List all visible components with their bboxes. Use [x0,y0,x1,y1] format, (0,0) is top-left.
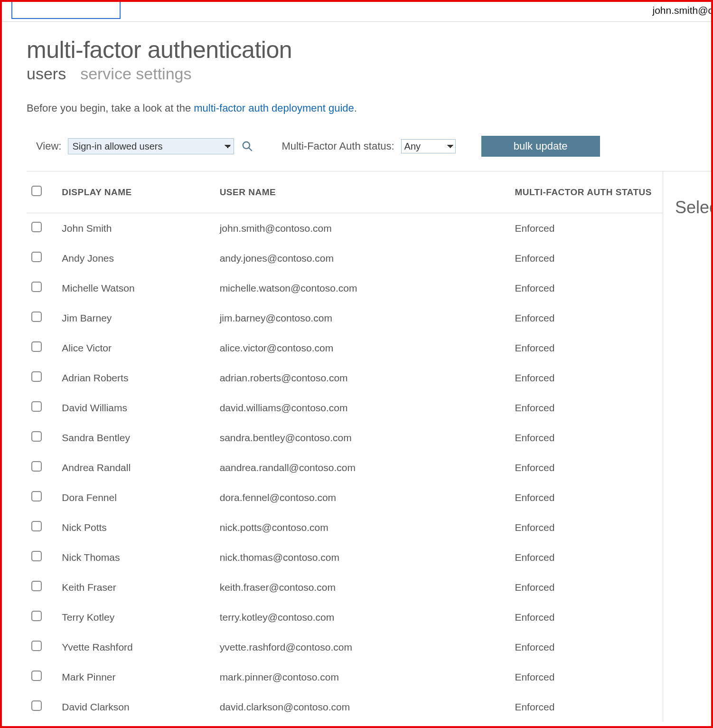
table-row[interactable]: Adrian Robertsadrian.roberts@contoso.com… [27,363,663,393]
side-panel-title: Select [675,198,711,217]
cell-display-name: David Williams [57,393,215,423]
cell-display-name: Yvette Rashford [57,632,215,662]
cell-user-name: nick.thomas@contoso.com [215,542,510,572]
row-checkbox[interactable] [31,461,42,472]
cell-user-name: terry.kotley@contoso.com [215,602,510,632]
row-checkbox[interactable] [31,521,42,531]
table-row[interactable]: Sandra Bentleysandra.bentley@contoso.com… [27,423,663,453]
cell-user-name: david.williams@contoso.com [215,393,510,423]
row-checkbox[interactable] [31,551,42,561]
cell-display-name: Andy Jones [57,243,215,273]
view-label: View: [36,140,61,152]
brand-logo-placeholder[interactable] [11,0,121,19]
tab-service-settings[interactable]: service settings [80,65,191,83]
cell-user-name: nick.potts@contoso.com [215,512,510,542]
row-checkbox[interactable] [31,700,42,711]
cell-display-name: Jim Barney [57,303,215,333]
cell-mfa-status: Enforced [510,363,663,393]
cell-user-name: aandrea.randall@contoso.com [215,453,510,482]
table-row[interactable]: Yvette Rashfordyvette.rashford@contoso.c… [27,632,663,662]
cell-user-name: sandra.bentley@contoso.com [215,423,510,453]
search-icon[interactable] [241,140,254,153]
row-checkbox[interactable] [31,611,42,621]
row-checkbox[interactable] [31,282,42,292]
cell-mfa-status: Enforced [510,542,663,572]
cell-user-name: adrian.roberts@contoso.com [215,363,510,393]
select-all-checkbox[interactable] [31,186,42,196]
row-checkbox[interactable] [31,671,42,681]
table-row[interactable]: Jim Barneyjim.barney@contoso.comEnforced [27,303,663,333]
cell-display-name: Nick Potts [57,512,215,542]
cell-user-name: david.clarkson@contoso.com [215,692,510,722]
row-checkbox[interactable] [31,641,42,651]
svg-line-1 [249,148,253,151]
cell-mfa-status: Enforced [510,482,663,512]
bulk-update-button[interactable]: bulk update [481,136,600,157]
table-row[interactable]: David Williamsdavid.williams@contoso.com… [27,393,663,423]
table-row[interactable]: Dora Fenneldora.fennel@contoso.comEnforc… [27,482,663,512]
table-row[interactable]: Terry Kotleyterry.kotley@contoso.comEnfo… [27,602,663,632]
cell-mfa-status: Enforced [510,303,663,333]
svg-point-0 [243,142,250,149]
intro-suffix: . [354,102,357,114]
cell-user-name: mark.pinner@contoso.com [215,662,510,692]
cell-user-name: jim.barney@contoso.com [215,303,510,333]
row-checkbox[interactable] [31,312,42,322]
column-header-mfa-status[interactable]: MULTI-FACTOR AUTH STATUS [510,171,663,213]
cell-mfa-status: Enforced [510,572,663,602]
deployment-guide-link[interactable]: multi-factor auth deployment guide [194,102,354,114]
table-row[interactable]: Nick Thomasnick.thomas@contoso.comEnforc… [27,542,663,572]
table-row[interactable]: Michelle Watsonmichelle.watson@contoso.c… [27,273,663,303]
tab-users[interactable]: users [27,65,66,83]
cell-display-name: Nick Thomas [57,542,215,572]
cell-mfa-status: Enforced [510,512,663,542]
table-row[interactable]: Nick Pottsnick.potts@contoso.comEnforced [27,512,663,542]
row-checkbox[interactable] [31,341,42,352]
table-row[interactable]: Keith Fraserkeith.fraser@contoso.comEnfo… [27,572,663,602]
cell-user-name: michelle.watson@contoso.com [215,273,510,303]
table-row[interactable]: Andrea Randallaandrea.randall@contoso.co… [27,453,663,482]
column-header-user-name[interactable]: USER NAME [215,171,510,213]
row-checkbox[interactable] [31,252,42,262]
cell-display-name: Andrea Randall [57,453,215,482]
row-checkbox[interactable] [31,371,42,382]
cell-display-name: Keith Fraser [57,572,215,602]
signed-in-user-email: john.smith@c [652,5,713,16]
cell-display-name: Terry Kotley [57,602,215,632]
cell-display-name: Dora Fennel [57,482,215,512]
cell-mfa-status: Enforced [510,632,663,662]
cell-mfa-status: Enforced [510,243,663,273]
cell-display-name: David Clarkson [57,692,215,722]
cell-display-name: Sandra Bentley [57,423,215,453]
cell-user-name: john.smith@contoso.com [215,213,510,244]
cell-display-name: Alice Victor [57,333,215,363]
cell-mfa-status: Enforced [510,273,663,303]
cell-display-name: John Smith [57,213,215,244]
cell-display-name: Michelle Watson [57,273,215,303]
row-checkbox[interactable] [31,431,42,442]
column-header-display-name[interactable]: DISPLAY NAME [57,171,215,213]
view-select[interactable]: Sign-in allowed users [68,138,234,154]
cell-mfa-status: Enforced [510,662,663,692]
table-row[interactable]: Alice Victoralice.victor@contoso.comEnfo… [27,333,663,363]
mfa-status-select[interactable]: Any [401,139,456,153]
row-checkbox[interactable] [31,401,42,412]
table-row[interactable]: Andy Jonesandy.jones@contoso.comEnforced [27,243,663,273]
cell-display-name: Mark Pinner [57,662,215,692]
row-checkbox[interactable] [31,581,42,591]
row-checkbox[interactable] [31,491,42,501]
intro-text: Before you begin, take a look at the mul… [27,102,711,114]
cell-mfa-status: Enforced [510,692,663,722]
table-row[interactable]: David Clarksondavid.clarkson@contoso.com… [27,692,663,722]
cell-user-name: yvette.rashford@contoso.com [215,632,510,662]
table-row[interactable]: Mark Pinnermark.pinner@contoso.comEnforc… [27,662,663,692]
table-row[interactable]: John Smithjohn.smith@contoso.comEnforced [27,213,663,244]
intro-prefix: Before you begin, take a look at the [27,102,194,114]
row-checkbox[interactable] [31,222,42,232]
cell-user-name: alice.victor@contoso.com [215,333,510,363]
mfa-status-label: Multi-Factor Auth status: [281,140,394,152]
cell-mfa-status: Enforced [510,393,663,423]
cell-user-name: keith.fraser@contoso.com [215,572,510,602]
cell-mfa-status: Enforced [510,213,663,244]
cell-mfa-status: Enforced [510,333,663,363]
